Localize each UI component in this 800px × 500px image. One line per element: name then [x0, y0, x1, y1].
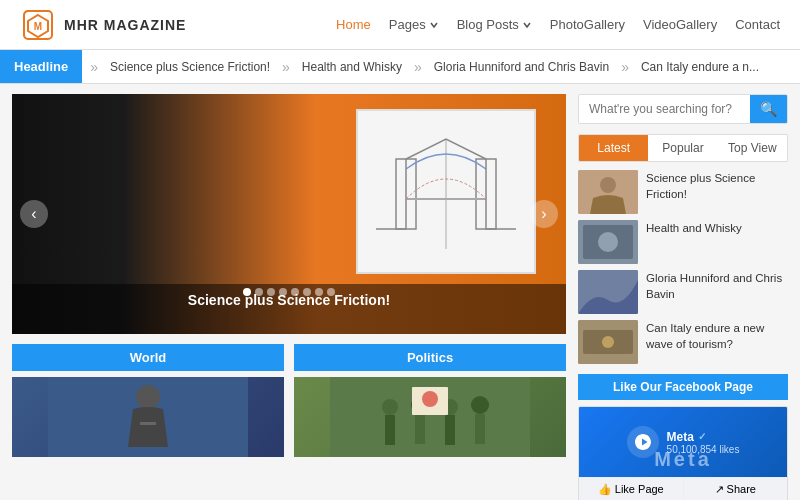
- slider-drawing-board: [356, 109, 536, 274]
- news-thumb-1: [578, 170, 638, 214]
- news-item-4[interactable]: Can Italy endure a new wave of tourism?: [578, 320, 788, 364]
- world-header: World: [12, 344, 284, 371]
- nav-blog-posts[interactable]: Blog Posts: [457, 17, 532, 32]
- dot-6[interactable]: [303, 288, 311, 296]
- main-nav: Home Pages Blog Posts PhotoGallery Video…: [336, 17, 780, 32]
- politics-section: Politics: [294, 344, 566, 457]
- svg-point-11: [382, 399, 398, 415]
- dot-1[interactable]: [243, 288, 251, 296]
- logo-text: MHR MAGAZINE: [64, 17, 186, 33]
- svg-rect-18: [475, 414, 485, 444]
- news-item-1[interactable]: Science plus Science Friction!: [578, 170, 788, 214]
- search-button[interactable]: 🔍: [750, 95, 787, 123]
- svg-rect-17: [445, 415, 455, 445]
- news-tabs: Latest Popular Top View: [578, 134, 788, 162]
- world-img-svg: [12, 377, 284, 457]
- main-layout: Science plus Science Friction! ‹ › World: [0, 84, 800, 500]
- headline-items: » Science plus Science Friction! » Healt…: [82, 59, 779, 75]
- headline-item-2[interactable]: Health and Whisky: [290, 60, 414, 74]
- slider-caption-area: Science plus Science Friction!: [12, 284, 566, 334]
- dot-4[interactable]: [279, 288, 287, 296]
- svg-point-22: [600, 177, 616, 193]
- news-list: Science plus Science Friction! Health an…: [578, 170, 788, 364]
- logo-icon: M: [20, 7, 56, 43]
- dot-8[interactable]: [327, 288, 335, 296]
- facebook-share-button[interactable]: ↗ Share: [684, 478, 788, 500]
- facebook-section: Like Our Facebook Page Meta ✓: [578, 374, 788, 500]
- headline-item-3[interactable]: Gloria Hunniford and Chris Bavin: [422, 60, 621, 74]
- slider-dots: [12, 288, 566, 296]
- site-header: M MHR MAGAZINE Home Pages Blog Posts Pho…: [0, 0, 800, 50]
- news-thumb-2: [578, 220, 638, 264]
- facebook-banner-text: Meta: [579, 448, 787, 471]
- headline-bar: Headline » Science plus Science Friction…: [0, 50, 800, 84]
- headline-arrow-1: »: [90, 59, 98, 75]
- headline-label: Headline: [0, 50, 82, 83]
- headline-arrow-4: »: [621, 59, 629, 75]
- svg-point-8: [136, 385, 160, 409]
- news-thumb-4: [578, 320, 638, 364]
- headline-item-4[interactable]: Can Italy endure a n...: [629, 60, 771, 74]
- news-title-1[interactable]: Science plus Science Friction!: [646, 170, 788, 202]
- news-title-4[interactable]: Can Italy endure a new wave of tourism?: [646, 320, 788, 352]
- thumb-svg-4: [578, 320, 638, 364]
- thumb-svg-2: [578, 220, 638, 264]
- headline-arrow-2: »: [282, 59, 290, 75]
- headline-arrow-3: »: [414, 59, 422, 75]
- facebook-card: Meta ✓ 50,100,854 likes Meta 👍 Like Page…: [578, 406, 788, 500]
- svg-rect-15: [385, 415, 395, 445]
- tab-top-view[interactable]: Top View: [718, 135, 787, 161]
- news-title-3[interactable]: Gloria Hunniford and Chris Bavin: [646, 270, 788, 302]
- news-item-3[interactable]: Gloria Hunniford and Chris Bavin: [578, 270, 788, 314]
- facebook-like-button[interactable]: 👍 Like Page: [579, 478, 684, 500]
- search-box: 🔍: [578, 94, 788, 124]
- search-input[interactable]: [579, 95, 750, 123]
- category-row: World Politics: [12, 344, 566, 457]
- svg-rect-16: [415, 414, 425, 444]
- slider-next-button[interactable]: ›: [530, 200, 558, 228]
- facebook-top: Meta ✓ 50,100,854 likes Meta: [579, 407, 787, 477]
- world-image: [12, 377, 284, 457]
- main-content: Science plus Science Friction! ‹ › World: [12, 94, 566, 500]
- svg-text:M: M: [34, 21, 42, 32]
- politics-image: [294, 377, 566, 457]
- tab-popular[interactable]: Popular: [648, 135, 717, 161]
- news-thumb-3: [578, 270, 638, 314]
- politics-header: Politics: [294, 344, 566, 371]
- nav-pages[interactable]: Pages: [389, 17, 439, 32]
- dot-2[interactable]: [255, 288, 263, 296]
- meta-name: Meta ✓: [667, 430, 740, 444]
- dot-5[interactable]: [291, 288, 299, 296]
- headline-item-1[interactable]: Science plus Science Friction!: [98, 60, 282, 74]
- sidebar: 🔍 Latest Popular Top View Science plus S…: [578, 94, 788, 500]
- svg-point-20: [422, 391, 438, 407]
- thumb-svg-3: [578, 270, 638, 314]
- news-item-2[interactable]: Health and Whisky: [578, 220, 788, 264]
- nav-home[interactable]: Home: [336, 17, 371, 32]
- facebook-header: Like Our Facebook Page: [578, 374, 788, 400]
- dot-3[interactable]: [267, 288, 275, 296]
- svg-point-14: [471, 396, 489, 414]
- nav-photo-gallery[interactable]: PhotoGallery: [550, 17, 625, 32]
- logo-area: M MHR MAGAZINE: [20, 7, 186, 43]
- slider: Science plus Science Friction! ‹ ›: [12, 94, 566, 334]
- drawing-svg: [366, 119, 526, 264]
- thumb-svg-1: [578, 170, 638, 214]
- slider-prev-button[interactable]: ‹: [20, 200, 48, 228]
- facebook-actions: 👍 Like Page ↗ Share: [579, 477, 787, 500]
- nav-contact[interactable]: Contact: [735, 17, 780, 32]
- world-section: World: [12, 344, 284, 457]
- news-title-2[interactable]: Health and Whisky: [646, 220, 742, 236]
- tab-latest[interactable]: Latest: [579, 135, 648, 161]
- nav-video-gallery[interactable]: VideoGallery: [643, 17, 717, 32]
- dot-7[interactable]: [315, 288, 323, 296]
- meta-verified-badge: ✓: [698, 431, 706, 442]
- svg-point-29: [602, 336, 614, 348]
- politics-img-svg: [294, 377, 566, 457]
- svg-rect-9: [140, 422, 156, 425]
- svg-point-25: [598, 232, 618, 252]
